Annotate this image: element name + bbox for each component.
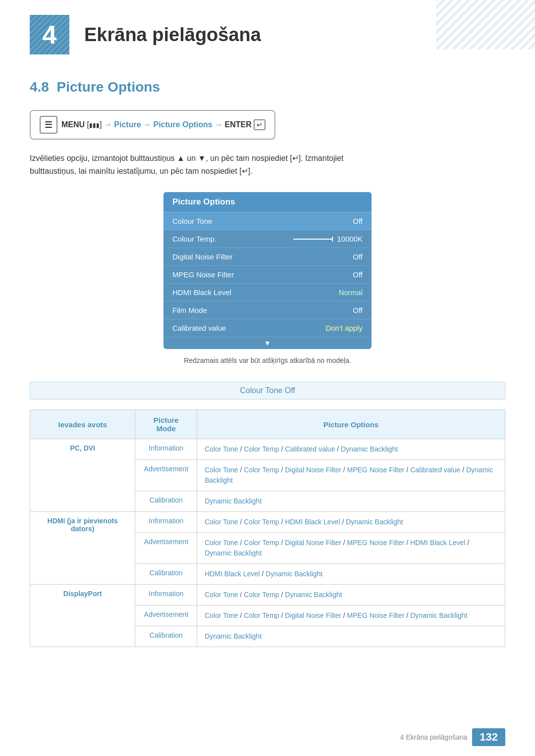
cell-source-hdmi: HDMI (ja ir pievienots dators) <box>30 512 135 585</box>
cell-options-7: Color Tone / Color Temp / Dynamic Backli… <box>197 585 505 605</box>
ui-row-colour-tone[interactable]: Colour Tone Off <box>163 212 372 230</box>
diagonal-bg <box>436 0 535 50</box>
ui-row-film-mode[interactable]: Film Mode Off <box>163 302 372 319</box>
cell-mode-calibration-2: Calibration <box>135 564 197 585</box>
ui-row-label-colour-temp: Colour Temp. <box>172 235 216 243</box>
ui-row-colour-temp[interactable]: Colour Temp. 10000K <box>163 230 372 248</box>
cell-options-9: Dynamic Backlight <box>197 626 505 647</box>
cell-options-8: Color Tone / Color Temp / Digital Noise … <box>197 605 505 626</box>
ui-box-container: Picture Options Colour Tone Off Colour T… <box>30 192 505 349</box>
table-header-source: Ievades avots <box>30 410 135 439</box>
ui-row-label-colour-tone: Colour Tone <box>172 217 213 225</box>
footer: 4 Ekrāna pielāgošana 132 <box>400 728 505 746</box>
ui-row-value-hdmi-black: Normal <box>339 288 363 297</box>
table-row: PC, DVI Information Color Tone / Color T… <box>30 439 505 460</box>
ui-row-value-colour-temp: 10000K <box>337 235 363 243</box>
ui-row-calibrated[interactable]: Calibrated value Don't apply <box>163 319 372 337</box>
menu-path: ☰ MENU [▮▮▮] → Picture → Picture Options… <box>30 110 275 140</box>
ui-row-label-digital-noise: Digital Noise Filter <box>172 252 233 261</box>
picture-options-table: Ievades avots Picture Mode Picture Optio… <box>30 409 505 647</box>
ui-row-value-digital-noise: Off <box>353 252 363 261</box>
ui-row-label-film-mode: Film Mode <box>172 306 207 314</box>
ui-row-mpeg-noise[interactable]: MPEG Noise Filter Off <box>163 266 372 284</box>
cell-source-displayport: DisplayPort <box>30 585 135 647</box>
cell-options-4: Color Tone / Color Temp / HDMI Black Lev… <box>197 512 505 533</box>
cell-mode-information-3: Information <box>135 585 197 605</box>
down-arrow-icon: ▼ <box>163 337 372 349</box>
menu-path-text: MENU [▮▮▮] → Picture → Picture Options →… <box>61 119 266 130</box>
ui-row-digital-noise[interactable]: Digital Noise Filter Off <box>163 248 372 266</box>
chapter-number: 4 <box>43 20 57 50</box>
cell-mode-advertisement-2: Advertisement <box>135 533 197 564</box>
picture-options-ui-box: Picture Options Colour Tone Off Colour T… <box>163 192 372 349</box>
cell-mode-information-2: Information <box>135 512 197 533</box>
cell-options-2: Color Tone / Color Temp / Digital Noise … <box>197 460 505 491</box>
ui-row-hdmi-black[interactable]: HDMI Black Level Normal <box>163 284 372 302</box>
cell-mode-advertisement-3: Advertisement <box>135 605 197 626</box>
ui-row-value-mpeg-noise: Off <box>353 270 363 279</box>
cell-mode-calibration-1: Calibration <box>135 491 197 512</box>
main-content: 4.8 Picture Options ☰ MENU [▮▮▮] → Pictu… <box>0 64 535 662</box>
ui-row-label-hdmi-black: HDMI Black Level <box>172 288 231 297</box>
footer-text: 4 Ekrāna pielāgošana <box>400 733 467 741</box>
cell-options-5: Color Tone / Color Temp / Digital Noise … <box>197 533 505 564</box>
ui-box-header: Picture Options <box>163 192 372 212</box>
header-banner: 4 Ekrāna pielāgošana <box>0 0 535 64</box>
ui-row-value-film-mode: Off <box>353 306 363 314</box>
cell-source-pc-dvi: PC, DVI <box>30 439 135 512</box>
ui-row-label-mpeg-noise: MPEG Noise Filter <box>172 270 234 279</box>
cell-mode-information-1: Information <box>135 439 197 460</box>
slider-line <box>293 239 333 240</box>
enter-key-icon: ↵ <box>254 119 266 130</box>
colour-tone-off-notice: Colour Tone Off <box>30 382 505 400</box>
ui-box-caption: Redzamais attēls var būt atšķirīgs atkar… <box>30 356 505 364</box>
table-header-options: Picture Options <box>197 410 505 439</box>
cell-mode-advertisement-1: Advertisement <box>135 460 197 491</box>
section-title: 4.8 Picture Options <box>30 79 505 95</box>
table-row: DisplayPort Information Color Tone / Col… <box>30 585 505 605</box>
ui-row-label-calibrated: Calibrated value <box>172 324 226 332</box>
cell-options-3: Dynamic Backlight <box>197 491 505 512</box>
chapter-number-block: 4 <box>30 15 69 54</box>
footer-page-number: 132 <box>472 728 505 746</box>
cell-mode-calibration-3: Calibration <box>135 626 197 647</box>
slider-container: 10000K <box>293 235 363 243</box>
cell-options-6: HDMI Black Level / Dynamic Backlight <box>197 564 505 585</box>
cell-options-1: Color Tone / Color Temp / Calibrated val… <box>197 439 505 460</box>
menu-icon: ☰ <box>40 116 57 134</box>
table-header-mode: Picture Mode <box>135 410 197 439</box>
table-row: HDMI (ja ir pievienots dators) Informati… <box>30 512 505 533</box>
description: Izvēlieties opciju, izmantojot bulttaust… <box>30 152 505 177</box>
ui-row-value-calibrated: Don't apply <box>325 324 363 332</box>
chapter-title: Ekrāna pielāgošana <box>84 24 261 46</box>
ui-row-value-colour-tone: Off <box>353 217 363 225</box>
